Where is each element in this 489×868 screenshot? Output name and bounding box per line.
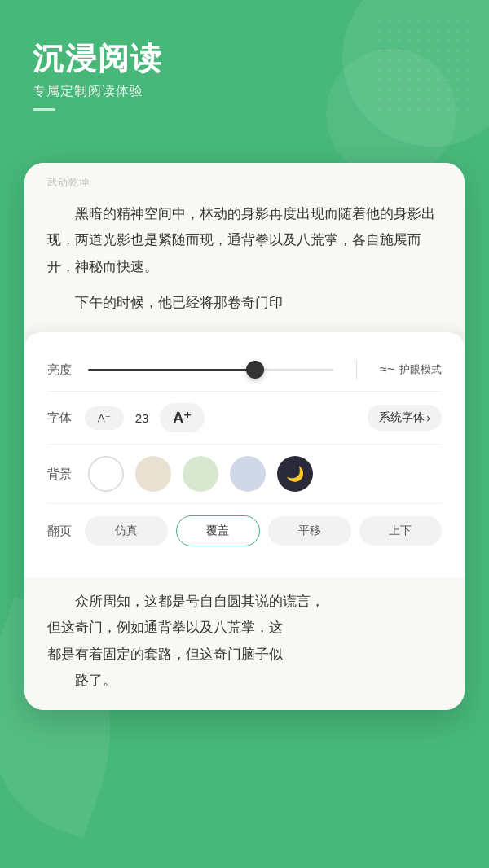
page-subtitle: 专属定制阅读体验 (33, 83, 163, 100)
eye-mode-divider (356, 360, 357, 379)
page-title: 沉浸阅读 (33, 41, 163, 78)
bg-option-night[interactable]: 🌙 (277, 456, 313, 492)
eye-icon: ≈~ (380, 362, 394, 377)
background-row: 背景 🌙 (47, 445, 442, 504)
pageturn-label: 翻页 (47, 524, 77, 539)
font-increase-button[interactable]: A⁺ (160, 403, 205, 432)
brightness-thumb[interactable] (246, 361, 264, 379)
bottom-paragraph-3: 都是有着固定的套路，但这奇门脑子似 (47, 642, 442, 668)
bg-label: 背景 (47, 467, 77, 482)
font-row: 字体 A⁻ 23 A⁺ 系统字体 › (47, 392, 442, 445)
bg-decoration-dots (375, 16, 473, 114)
pageturn-row: 翻页 仿真 覆盖 平移 上下 (47, 504, 442, 558)
reader-area-top: 武动乾坤 黑暗的精神空间中，林动的身影再度出现而随着他的身影出现，两道光影也是紧… (24, 163, 465, 332)
font-family-arrow-icon: › (426, 411, 430, 424)
phone-card: 武动乾坤 黑暗的精神空间中，林动的身影再度出现而随着他的身影出现，两道光影也是紧… (24, 163, 465, 710)
font-size-value: 23 (135, 411, 149, 425)
bottom-paragraph-4: 路了。 (47, 668, 442, 694)
bottom-paragraph-2: 但这奇门，例如通背拳以及八荒掌，这 (47, 615, 442, 641)
bg-option-beige[interactable] (135, 456, 171, 492)
bottom-reader-text: 众所周知，这都是号自自圆其说的谎言， 但这奇门，例如通背拳以及八荒掌，这 都是有… (47, 589, 442, 694)
font-family-button[interactable]: 系统字体 › (368, 405, 442, 431)
font-label: 字体 (47, 410, 77, 426)
font-family-label: 系统字体 (379, 410, 425, 425)
brightness-slider-container[interactable] (88, 369, 333, 371)
brightness-track (88, 369, 333, 371)
bg-option-light-green[interactable] (183, 456, 218, 492)
pageturn-option-scroll[interactable]: 上下 (359, 516, 443, 546)
header-divider (33, 108, 55, 111)
brightness-row: 亮度 ≈~ 护眼模式 (47, 349, 442, 392)
pageturn-option-cover[interactable]: 覆盖 (176, 515, 261, 546)
pageturn-option-slide[interactable]: 平移 (268, 516, 351, 546)
reader-paragraph-2: 下午的时候，他已经将那卷奇门印 (47, 290, 442, 316)
bg-option-light-blue[interactable] (230, 456, 266, 492)
font-decrease-button[interactable]: A⁻ (85, 406, 124, 430)
bg-option-white[interactable] (88, 456, 124, 492)
settings-panel: 亮度 ≈~ 护眼模式 字体 A⁻ 23 A⁺ 系统字体 (24, 332, 465, 577)
eye-mode-button[interactable]: ≈~ 护眼模式 (380, 362, 442, 377)
reader-area-bottom: 众所周知，这都是号自自圆其说的谎言， 但这奇门，例如通背拳以及八荒掌，这 都是有… (24, 577, 465, 710)
reader-text-top: 黑暗的精神空间中，林动的身影再度出现而随着他的身影出现，两道光影也是紧随而现，通… (47, 201, 442, 316)
brightness-label: 亮度 (47, 362, 77, 378)
moon-icon: 🌙 (286, 465, 304, 483)
header: 沉浸阅读 专属定制阅读体验 (33, 41, 163, 111)
book-title: 武动乾坤 (47, 176, 442, 190)
app-container: 沉浸阅读 专属定制阅读体验 武动乾坤 黑暗的精神空间中，林动的身影再度出现而随着… (0, 0, 489, 868)
eye-mode-label: 护眼模式 (399, 362, 442, 377)
bottom-paragraph-1: 众所周知，这都是号自自圆其说的谎言， (47, 589, 442, 615)
reader-paragraph-1: 黑暗的精神空间中，林动的身影再度出现而随着他的身影出现，两道光影也是紧随而现，通… (47, 201, 442, 280)
pageturn-option-simulated[interactable]: 仿真 (85, 516, 168, 546)
